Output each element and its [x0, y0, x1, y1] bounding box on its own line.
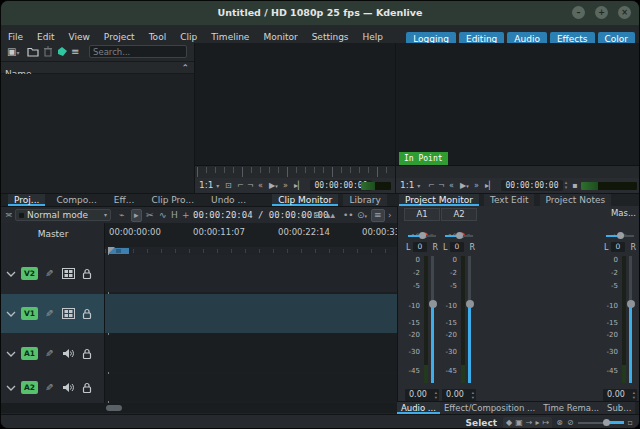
close-button[interactable]: ×: [618, 6, 631, 19]
track-content-a1[interactable]: [105, 335, 397, 372]
maximize-button[interactable]: +: [595, 6, 608, 19]
loop-zone-icon[interactable]: ▪: [572, 181, 577, 190]
volume-slider[interactable]: [431, 256, 434, 383]
clip-monitor-video-area[interactable]: [195, 43, 395, 165]
project-monitor-ruler[interactable]: [396, 165, 640, 178]
project-monitor-video-area[interactable]: [396, 43, 640, 165]
pan-slider[interactable]: [408, 235, 436, 237]
volume-knob[interactable]: [429, 300, 437, 308]
gain-spinbox[interactable]: 0.00 ▴▾: [603, 389, 637, 401]
view-mode-icon[interactable]: ≡: [71, 46, 79, 58]
tab-audio-mixer[interactable]: Audio ...: [397, 402, 440, 414]
gain-spinbox[interactable]: 0.00 ▴▾: [405, 389, 439, 401]
timecode-spinner[interactable]: ▴▾: [563, 180, 569, 191]
tab-effect-composition-stack[interactable]: Effect/Composition ...: [440, 402, 539, 414]
edit-track-icon[interactable]: ✎: [45, 382, 53, 393]
pan-knob[interactable]: [419, 232, 426, 239]
go-to-end-icon[interactable]: ▸▏: [485, 181, 495, 190]
lock-track-icon[interactable]: [82, 308, 92, 320]
tab-project-monitor[interactable]: Project Monitor: [399, 194, 479, 206]
tab-project-notes[interactable]: Project Notes: [540, 194, 612, 206]
delete-icon[interactable]: [43, 46, 53, 57]
tab-project-bin[interactable]: Proj...: [8, 194, 45, 206]
thumbnails-icon[interactable]: ⊞: [313, 211, 321, 220]
forward-icon[interactable]: »: [283, 181, 288, 190]
hide-video-icon[interactable]: [62, 308, 75, 319]
timeline-zoom-slider[interactable]: [578, 419, 624, 427]
play-icon[interactable]: ▶▾: [460, 181, 469, 191]
zoom-fit-icon[interactable]: ▫: [628, 418, 633, 428]
master-track-button[interactable]: Master: [1, 229, 105, 239]
tab-compositions[interactable]: Compo...: [51, 194, 103, 206]
track-target-badge[interactable]: V1: [21, 307, 38, 320]
chevron-down-icon[interactable]: [6, 385, 16, 391]
track-header-v2[interactable]: V2 ✎: [1, 255, 105, 292]
spinner-arrows[interactable]: ▴▾: [633, 390, 635, 400]
zoom-slider-knob[interactable]: [603, 419, 610, 426]
edit-mode-combo[interactable]: Normal mode ▾: [15, 209, 111, 221]
track-content-v1[interactable]: [105, 294, 397, 333]
tab-clip-monitor[interactable]: Clip Monitor: [272, 194, 338, 206]
razor-tool-icon[interactable]: ✂: [146, 211, 154, 220]
playhead-marker[interactable]: [108, 247, 115, 254]
add-clip-icon[interactable]: ▣▾: [7, 46, 19, 59]
timeline-ruler[interactable]: 00:00:00:00 00:00:11:07 00:00:22:14 00:0…: [105, 225, 397, 247]
timecode-dropdown-icon[interactable]: ▾: [301, 211, 304, 220]
tab-subtitles[interactable]: Sub...: [603, 402, 635, 414]
chevron-down-icon[interactable]: [6, 311, 16, 317]
track-target-badge[interactable]: V2: [21, 267, 38, 280]
spinner-arrows[interactable]: ▴▾: [435, 390, 437, 400]
video-thumb-icon[interactable]: ▴▴: [326, 211, 335, 220]
mute-track-icon[interactable]: [62, 382, 74, 393]
project-monitor-timecode[interactable]: 00:00:00:00: [501, 180, 563, 191]
zone-handle[interactable]: [116, 249, 121, 253]
spacer-tool-button[interactable]: →: [526, 418, 533, 428]
razor-tool-button[interactable]: ▣: [515, 418, 523, 428]
toolbar-overflow-icon[interactable]: ›: [388, 211, 392, 220]
clip-monitor-ruler[interactable]: [195, 165, 395, 178]
titlebar[interactable]: Untitled / HD 1080p 25 fps — Kdenlive – …: [1, 1, 639, 25]
zone-out-icon[interactable]: ¬: [247, 181, 254, 190]
slip-tool-icon[interactable]: H: [171, 211, 178, 220]
pan-value[interactable]: 0: [450, 242, 464, 252]
tab-clip-properties[interactable]: Clip Pro...: [145, 194, 200, 206]
edit-track-icon[interactable]: ✎: [45, 348, 53, 359]
lock-track-icon[interactable]: [82, 268, 92, 280]
pan-slider[interactable]: [606, 235, 634, 237]
timeline-options-icon[interactable]: ≍: [5, 211, 13, 220]
minimize-button[interactable]: –: [572, 6, 585, 19]
spinner-arrows[interactable]: ▴▾: [472, 390, 474, 400]
rewind-icon[interactable]: «: [449, 181, 454, 190]
volume-knob[interactable]: [627, 300, 635, 308]
scrollbar-thumb[interactable]: [106, 405, 122, 411]
tab-text-edit[interactable]: Text Edit: [484, 194, 535, 206]
tab-library[interactable]: Library: [343, 194, 386, 206]
ripple-tool-button[interactable]: ↦: [542, 418, 549, 428]
pan-value[interactable]: 0: [413, 242, 427, 252]
track-target-badge[interactable]: A1: [21, 347, 38, 360]
track-content-a2[interactable]: [105, 374, 397, 401]
search-input[interactable]: [89, 45, 187, 58]
disable-effects-icon[interactable]: ⊘: [567, 418, 574, 428]
volume-knob[interactable]: [466, 300, 474, 308]
mute-track-icon[interactable]: [62, 348, 74, 359]
rewind-icon[interactable]: «: [258, 181, 263, 190]
edit-track-icon[interactable]: ✎: [45, 268, 53, 279]
pan-knob[interactable]: [617, 232, 624, 239]
slip-tool-button[interactable]: ▸: [535, 418, 539, 428]
tab-time-remapping[interactable]: Time Rema...: [539, 402, 603, 414]
tab-undo-history[interactable]: Undo ...: [205, 194, 252, 206]
track-content-v2[interactable]: [105, 255, 397, 292]
create-folder-icon[interactable]: [27, 46, 39, 57]
play-icon[interactable]: ▶▾: [269, 181, 278, 191]
gain-spinbox[interactable]: 0.00 ▴▾: [442, 389, 476, 401]
pan-knob[interactable]: [456, 232, 463, 239]
track-header-a1[interactable]: A1 ✎: [1, 335, 105, 372]
select-tool-button[interactable]: ◆: [506, 418, 512, 428]
pan-value[interactable]: 0: [611, 242, 625, 252]
monitor-config-icon[interactable]: ⊡: [225, 181, 232, 190]
pan-slider[interactable]: [445, 235, 473, 237]
zone-out-icon[interactable]: ¬: [438, 181, 445, 190]
bin-name-column-header[interactable]: Name ⌃: [1, 61, 194, 74]
track-header-v1[interactable]: V1 ✎: [1, 294, 105, 333]
